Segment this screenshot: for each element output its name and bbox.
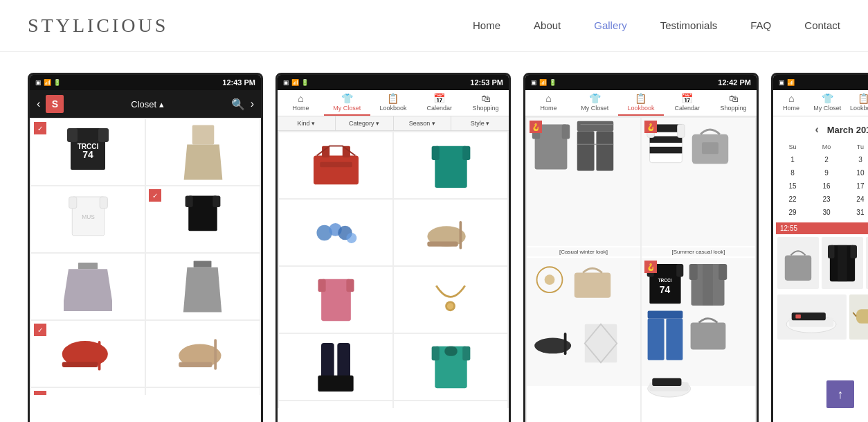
tab-mycloset-3[interactable]: 👕 My Closet [572, 90, 618, 116]
cal-day-31[interactable]: 31 [845, 206, 868, 218]
tab-shopping-3[interactable]: 🛍 Shopping [710, 90, 757, 116]
tab-home-3[interactable]: ⌂ Home [525, 90, 572, 116]
closet-item-6[interactable] [146, 254, 260, 319]
cal-day-10[interactable]: 10 [845, 167, 868, 179]
necklace-svg [426, 279, 475, 321]
item-pink-top[interactable] [279, 267, 392, 333]
cal-day-9[interactable]: 9 [809, 167, 844, 179]
closet-item-2[interactable] [146, 119, 260, 185]
item-bag-red[interactable] [279, 132, 392, 198]
look-1-shoes [530, 321, 579, 357]
filter-category[interactable]: Category [336, 116, 394, 130]
tab-lookbook-4[interactable]: 📋 Lookbook [846, 90, 869, 116]
cal-mon: Mo [809, 141, 844, 152]
closet-item-7[interactable]: ✓ [31, 321, 145, 387]
nude-heels-graphic [174, 331, 233, 376]
teal-top-svg [428, 139, 473, 191]
tab-calendar-2[interactable]: 📅 Calendar [416, 90, 462, 116]
back-arrow-1[interactable]: ‹ [37, 98, 40, 110]
cal-day-15[interactable]: 15 [777, 180, 808, 192]
svg-rect-46 [321, 343, 334, 378]
closet-item-4[interactable]: ✓ [146, 186, 260, 252]
tab-mycloset-label-3: My Closet [581, 105, 608, 112]
cal-day-1[interactable]: 1 [777, 154, 808, 166]
tab-home-2[interactable]: ⌂ Home [278, 90, 324, 116]
tab-mycloset-2[interactable]: 👕 My Closet [324, 90, 370, 116]
item-necklace[interactable] [394, 267, 507, 333]
item-graphic-tee[interactable]: TRCCI 74 [394, 401, 507, 408]
forward-arrow-1[interactable]: › [251, 98, 254, 111]
svg-rect-28 [322, 146, 329, 158]
cal-day-16[interactable]: 16 [809, 180, 844, 192]
cal-thumb-bag[interactable] [777, 237, 819, 289]
tab-shopping-2[interactable]: 🛍 Shopping [462, 90, 509, 116]
filter-kind[interactable]: Kind [278, 116, 336, 130]
svg-rect-42 [318, 279, 325, 292]
cal-day-24[interactable]: 24 [845, 193, 868, 205]
cal-day-30[interactable]: 30 [809, 206, 844, 218]
tab-calendar-label-3: Calendar [675, 105, 700, 112]
svg-rect-120 [795, 314, 801, 318]
filter-style[interactable]: Style [451, 116, 509, 130]
svg-rect-94 [676, 264, 683, 276]
item-brown-jacket[interactable] [279, 401, 392, 408]
look-2[interactable]: 🪝 [642, 118, 755, 422]
closet-item-1[interactable]: ✓ TRCCI 74 [31, 119, 145, 185]
closet-item-9[interactable]: ✓ [31, 388, 145, 395]
cal-thumb-sneakers[interactable] [777, 294, 847, 340]
accessory-grid: TRCCI 74 [278, 131, 509, 408]
closet-item-3[interactable]: MUS [31, 186, 145, 252]
nav-about[interactable]: About [534, 19, 561, 31]
nav-home[interactable]: Home [473, 19, 500, 31]
battery-icon-3: 🔋 [549, 79, 557, 86]
nav-testimonials[interactable]: Testimonials [660, 19, 718, 31]
search-icon-1[interactable]: 🔍 [231, 98, 245, 111]
cal-thumb-sunglasses[interactable] [849, 294, 868, 340]
cal-prev[interactable]: ‹ [815, 123, 818, 136]
cal-month-label: March 2015 [827, 125, 868, 135]
status-bar-2: ▣ 📶 🔋 12:53 PM [278, 75, 509, 90]
nav-contact[interactable]: Contact [804, 19, 840, 31]
item-boots[interactable] [279, 334, 392, 400]
svg-rect-8 [69, 197, 76, 209]
closet-item-5[interactable] [31, 254, 145, 319]
look-1-pattern [581, 321, 621, 366]
closet-item-8[interactable] [146, 321, 260, 387]
cal-day-3[interactable]: 3 [845, 154, 868, 166]
item-blue-jewelry[interactable] [279, 200, 392, 265]
cal-day-2[interactable]: 2 [809, 154, 844, 166]
boots-svg [311, 340, 360, 395]
status-time-3: 12:42 PM [718, 78, 751, 87]
look-1[interactable]: 🪝 [Casual wi [527, 118, 640, 422]
svg-rect-108 [785, 255, 811, 280]
nav-faq[interactable]: FAQ [750, 19, 771, 31]
status-icons-4: ▣ 📶 [779, 79, 795, 86]
closet-label: Closet ▴ [69, 99, 225, 109]
home-icon-3: ⌂ [545, 93, 551, 104]
cal-day-17[interactable]: 17 [845, 180, 868, 192]
item-heels-tan[interactable] [394, 200, 507, 265]
home-icon-4: ⌂ [788, 93, 794, 104]
tab-calendar-3[interactable]: 📅 Calendar [664, 90, 710, 116]
tab-lookbook-2[interactable]: 📋 Lookbook [370, 90, 417, 116]
cal-day-8[interactable]: 8 [777, 167, 808, 179]
tab-mycloset-4[interactable]: 👕 My Closet [809, 90, 845, 116]
wifi-icon-2: 📶 [291, 79, 299, 86]
closet-item-10[interactable] [146, 388, 260, 395]
svg-rect-14 [78, 263, 98, 269]
tab-shopping-label-2: Shopping [473, 105, 499, 112]
cal-sun: Su [777, 141, 808, 152]
nav-gallery[interactable]: Gallery [594, 19, 627, 31]
cal-day-29[interactable]: 29 [777, 206, 808, 218]
cal-day-23[interactable]: 23 [809, 193, 844, 205]
item-teal-blouse[interactable] [394, 334, 507, 400]
filter-season[interactable]: Season [394, 116, 452, 130]
signal-icon: ▣ [35, 79, 42, 86]
scroll-top-button[interactable]: ↑ [826, 380, 854, 408]
tab-lookbook-3[interactable]: 📋 Lookbook [618, 90, 664, 116]
cal-day-22[interactable]: 22 [777, 193, 808, 205]
item-teal-top[interactable] [394, 132, 507, 198]
tab-home-4[interactable]: ⌂ Home [773, 90, 809, 116]
cal-thumb-jacket[interactable] [822, 237, 863, 289]
svg-rect-19 [98, 341, 100, 370]
